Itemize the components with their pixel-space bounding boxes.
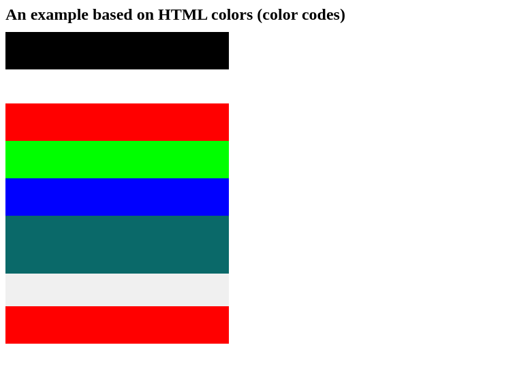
color-swatch-light <box>5 274 229 306</box>
color-swatch-white <box>5 69 229 103</box>
color-swatch-teal <box>5 216 229 274</box>
page-heading: An example based on HTML colors (color c… <box>5 5 527 24</box>
color-swatch-red-2 <box>5 306 229 344</box>
color-swatch-black <box>5 32 229 69</box>
color-swatch-green <box>5 141 229 178</box>
color-swatch-blue <box>5 178 229 216</box>
color-swatch-red <box>5 103 229 141</box>
color-swatch-group <box>5 32 229 344</box>
